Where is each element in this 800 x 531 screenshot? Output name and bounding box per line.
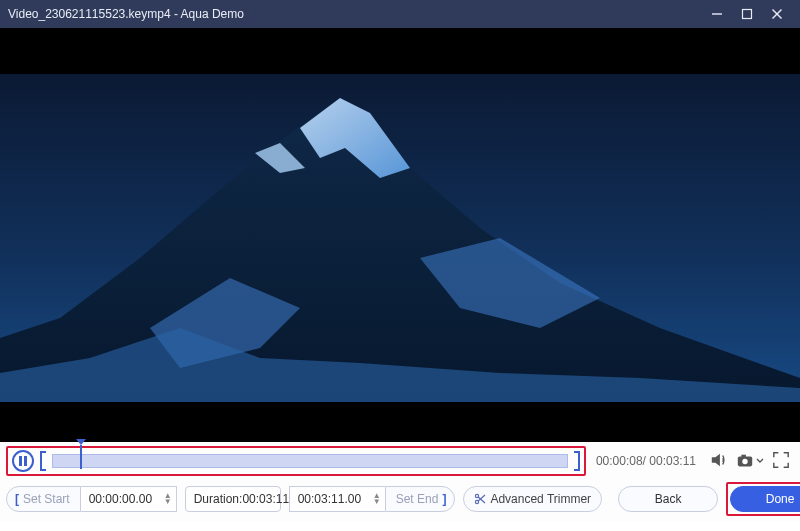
fullscreen-button[interactable] [772, 451, 790, 472]
camera-icon [736, 452, 754, 470]
window-title: Video_230621115523.keymp4 - Aqua Demo [8, 7, 702, 21]
svg-point-9 [742, 459, 747, 464]
svg-rect-10 [741, 455, 746, 458]
playback-highlight-box [6, 446, 586, 476]
pause-icon [18, 456, 28, 466]
bracket-close-icon: ] [442, 492, 446, 506]
volume-icon [710, 451, 728, 469]
set-start-label: Set Start [23, 492, 70, 506]
set-end-group: 00:03:11.00 ▲▼ Set End ] [289, 486, 456, 512]
scissors-icon [474, 493, 486, 505]
volume-button[interactable] [710, 451, 728, 472]
done-highlight-box: Done [726, 482, 800, 516]
playback-row: 00:00:08/ 00:03:11 [6, 446, 794, 476]
back-button[interactable]: Back [618, 486, 718, 512]
end-time-input[interactable]: 00:03:11.00 ▲▼ [289, 486, 385, 512]
video-preview[interactable] [0, 28, 800, 442]
done-button[interactable]: Done [730, 486, 800, 512]
playhead-handle[interactable] [80, 445, 82, 469]
set-end-button[interactable]: Set End ] [385, 486, 456, 512]
minimize-button[interactable] [702, 0, 732, 28]
minimize-icon [711, 8, 723, 20]
maximize-button[interactable] [732, 0, 762, 28]
duration-label: Duration: [194, 492, 243, 506]
time-display: 00:00:08/ 00:03:11 [592, 454, 700, 468]
play-pause-button[interactable] [12, 450, 34, 472]
done-label: Done [766, 492, 795, 506]
back-label: Back [655, 492, 682, 506]
video-frame-image [0, 28, 800, 442]
start-time-value: 00:00:00.00 [89, 492, 160, 506]
start-time-input[interactable]: 00:00:00.00 ▲▼ [81, 486, 177, 512]
duration-input[interactable]: Duration: 00:03:11 ▲▼ [185, 486, 281, 512]
svg-rect-6 [19, 456, 22, 466]
chevron-down-icon [756, 457, 764, 465]
set-end-label: Set End [396, 492, 439, 506]
maximize-icon [741, 8, 753, 20]
close-icon [771, 8, 783, 20]
start-time-stepper[interactable]: ▲▼ [164, 493, 172, 505]
advanced-trimmer-button[interactable]: Advanced Trimmer [463, 486, 602, 512]
snapshot-button[interactable] [736, 452, 764, 470]
fullscreen-icon [772, 451, 790, 469]
bracket-open-icon: [ [15, 492, 19, 506]
titlebar: Video_230621115523.keymp4 - Aqua Demo [0, 0, 800, 28]
trim-start-bracket-icon [40, 451, 46, 471]
close-button[interactable] [762, 0, 792, 28]
svg-rect-7 [24, 456, 27, 466]
svg-rect-1 [743, 10, 752, 19]
seek-slider[interactable] [52, 450, 568, 472]
end-time-stepper[interactable]: ▲▼ [373, 493, 381, 505]
end-time-value: 00:03:11.00 [298, 492, 369, 506]
duration-value: 00:03:11 [242, 492, 289, 506]
set-start-button[interactable]: [ Set Start [6, 486, 81, 512]
controls-panel: 00:00:08/ 00:03:11 [ Set Start 0 [0, 442, 800, 522]
advanced-trimmer-label: Advanced Trimmer [490, 492, 591, 506]
trim-end-bracket-icon [574, 451, 580, 471]
set-start-group: [ Set Start 00:00:00.00 ▲▼ [6, 486, 177, 512]
trim-row: [ Set Start 00:00:00.00 ▲▼ Duration: 00:… [6, 482, 794, 516]
